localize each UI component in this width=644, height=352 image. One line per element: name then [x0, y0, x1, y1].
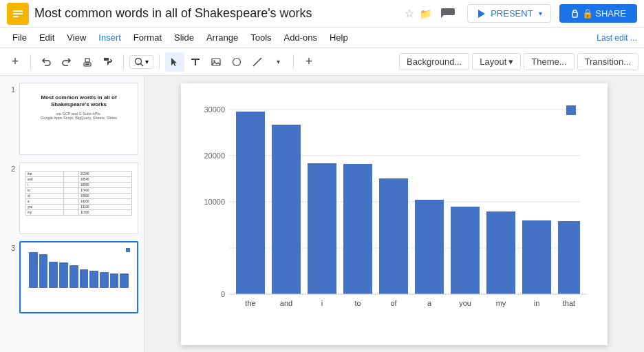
slide-thumb-3[interactable]: 3 — [6, 241, 138, 313]
paint-format-button[interactable] — [98, 52, 118, 72]
svg-point-15 — [213, 60, 215, 61]
svg-text:0: 0 — [221, 290, 225, 298]
share-label: 🔒 SHARE — [582, 8, 626, 19]
menu-tools[interactable]: Tools — [245, 30, 277, 45]
cursor-tool-button[interactable] — [165, 52, 184, 72]
menu-slide[interactable]: Slide — [169, 30, 200, 45]
line-tool-button[interactable] — [248, 52, 267, 72]
main-content: 1 Most common words in all of Shakespear… — [0, 76, 644, 352]
transition-label: Transition... — [585, 56, 631, 67]
text-tool-button[interactable] — [186, 52, 205, 72]
toolbar-separator-4 — [293, 54, 294, 70]
comment-button[interactable] — [437, 3, 459, 25]
slide-2-table: the21340 and19540 i18050 to17400 of15900… — [25, 171, 132, 216]
background-label: Background... — [407, 56, 462, 67]
slide-preview-1[interactable]: Most common words in all of Shakespeare'… — [19, 83, 138, 155]
svg-text:the: the — [245, 299, 255, 307]
svg-point-16 — [233, 58, 241, 65]
menu-bar: File Edit View Insert Format Slide Arran… — [0, 28, 644, 48]
svg-point-9 — [136, 58, 142, 64]
title-icons: PRESENT ▾ 🔒 SHARE — [437, 3, 637, 25]
svg-rect-28 — [236, 112, 265, 294]
undo-button[interactable] — [36, 52, 56, 72]
svg-text:20000: 20000 — [204, 152, 225, 160]
transition-button[interactable]: Transition... — [577, 53, 638, 70]
svg-rect-2 — [13, 13, 23, 14]
slide-number-3: 3 — [6, 241, 15, 252]
menu-help[interactable]: Help — [324, 30, 354, 45]
slide-thumb-2[interactable]: 2 the21340 and19540 i18050 to17400 of159… — [6, 162, 138, 234]
menu-insert[interactable]: Insert — [93, 30, 127, 45]
svg-rect-1 — [13, 10, 23, 12]
shape-tool-button[interactable] — [227, 52, 246, 72]
present-button[interactable]: PRESENT ▾ — [467, 4, 550, 23]
app-icon — [7, 3, 29, 25]
theme-button[interactable]: Theme... — [524, 53, 574, 70]
layout-button[interactable]: Layout ▾ — [472, 53, 521, 70]
toolbar-separator-2 — [123, 54, 124, 70]
menu-view[interactable]: View — [61, 30, 92, 45]
menu-arrange[interactable]: Arrange — [201, 30, 244, 45]
svg-rect-8 — [85, 63, 89, 65]
slide-1-title: Most common words in all of Shakespeare'… — [25, 94, 132, 109]
menu-addons[interactable]: Add-ons — [279, 30, 323, 45]
layout-chevron: ▾ — [508, 56, 513, 67]
svg-text:i: i — [321, 299, 323, 307]
slide-preview-2[interactable]: the21340 and19540 i18050 to17400 of15900… — [19, 162, 138, 234]
theme-label: Theme... — [531, 56, 566, 67]
toolbar-separator-1 — [30, 54, 31, 70]
add-comment-button[interactable]: + — [299, 52, 319, 72]
svg-rect-7 — [85, 59, 89, 62]
more-tools-button[interactable]: ▾ — [268, 52, 288, 72]
share-button[interactable]: 🔒 SHARE — [559, 4, 637, 23]
print-button[interactable] — [78, 52, 97, 72]
menu-format[interactable]: Format — [128, 30, 167, 45]
svg-rect-27 — [566, 105, 576, 115]
svg-rect-33 — [415, 200, 444, 294]
menu-file[interactable]: File — [7, 30, 32, 45]
svg-rect-31 — [343, 164, 372, 294]
slide-preview-3[interactable] — [19, 241, 138, 313]
svg-text:10000: 10000 — [204, 198, 225, 206]
slide-3-mini-chart — [26, 248, 131, 289]
title-bar: Most common words in all of Shakespeare'… — [0, 0, 644, 28]
svg-rect-30 — [308, 163, 336, 294]
toolbar-history-group — [36, 52, 118, 72]
svg-rect-32 — [379, 178, 408, 294]
svg-marker-11 — [171, 58, 177, 66]
svg-text:30000: 30000 — [204, 105, 225, 114]
background-button[interactable]: Background... — [399, 53, 469, 70]
svg-text:you: you — [459, 299, 471, 307]
svg-rect-3 — [13, 16, 19, 17]
chart-svg: 30000 20000 10000 0 — [195, 94, 594, 318]
slide-canvas[interactable]: 30000 20000 10000 0 — [181, 83, 608, 345]
slide-1-subtitle: via GCP and G Suite APIs:Google Apps Scr… — [25, 112, 132, 120]
star-icon[interactable]: ☆ — [405, 7, 414, 20]
svg-rect-13 — [195, 59, 196, 65]
svg-rect-29 — [272, 125, 301, 294]
slide-1-content: Most common words in all of Shakespeare'… — [20, 83, 138, 154]
svg-rect-5 — [572, 12, 577, 17]
menu-edit[interactable]: Edit — [34, 30, 60, 45]
slide-3-content — [21, 242, 137, 312]
folder-icon[interactable]: 📁 — [420, 8, 431, 19]
svg-text:my: my — [496, 299, 506, 307]
redo-button[interactable] — [57, 52, 76, 72]
zoom-chevron: ▾ — [145, 58, 149, 65]
last-edit[interactable]: Last edit ... — [597, 33, 637, 43]
slide-number-2: 2 — [6, 162, 15, 173]
svg-text:to: to — [354, 299, 361, 307]
slide-thumb-1[interactable]: 1 Most common words in all of Shakespear… — [6, 83, 138, 155]
canvas-area[interactable]: 30000 20000 10000 0 — [144, 76, 644, 352]
present-label: PRESENT — [491, 8, 533, 19]
zoom-control[interactable]: ▾ — [129, 55, 153, 69]
add-slide-button[interactable]: + — [6, 52, 25, 72]
present-chevron: ▾ — [539, 10, 542, 17]
svg-text:of: of — [390, 299, 397, 307]
chart-container: 30000 20000 10000 0 — [195, 94, 594, 318]
image-tool-button[interactable] — [206, 52, 226, 72]
svg-text:in: in — [534, 299, 540, 307]
toolbar-separator-3 — [159, 54, 160, 70]
layout-label: Layout — [480, 56, 506, 67]
svg-rect-35 — [486, 211, 515, 294]
